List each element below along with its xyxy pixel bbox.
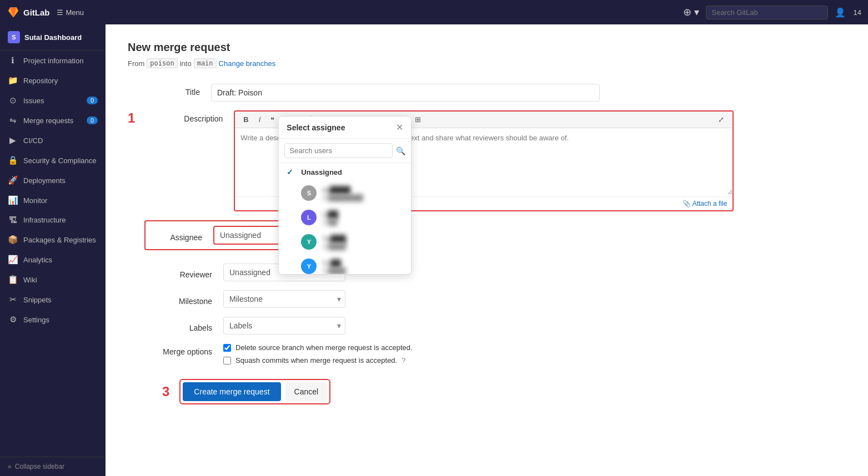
help-icon[interactable]: ? (402, 356, 405, 364)
reviewer-row: Reviewer Unassigned ▾ (162, 264, 846, 281)
breadcrumb: From poison into main Change branches (128, 58, 846, 68)
user-info-2: Ya███ @████ (322, 235, 403, 250)
notification-icon[interactable]: 14 (854, 8, 861, 17)
sidebar-item-packages[interactable]: 📦 Packages & Registries (0, 230, 106, 250)
quote-btn[interactable]: ❝ (268, 114, 277, 125)
user-option-3[interactable]: Y Yc██ @████ (279, 254, 411, 274)
change-branches-link[interactable]: Change branches (219, 59, 276, 68)
sidebar-item-wiki[interactable]: 📋 Wiki (0, 270, 106, 290)
sidebar-item-repository[interactable]: 📁 Repository (0, 70, 106, 90)
cancel-button[interactable]: Cancel (285, 382, 328, 401)
branch-from: poison (147, 58, 177, 68)
merge-options-row: Merge options Delete source branch when … (162, 343, 846, 369)
branch-into: main (194, 58, 217, 68)
user-handle-3: @████ (322, 267, 403, 274)
unassigned-option[interactable]: ✓ Unassigned (279, 163, 411, 181)
labels-row: Labels Labels ▾ (162, 317, 846, 335)
italic-btn[interactable]: I (256, 114, 264, 125)
folder-icon: 📁 (8, 75, 18, 85)
packages-icon: 📦 (8, 235, 18, 245)
user-option-0[interactable]: S sh████ @████████ (279, 181, 411, 205)
user-handle-2: @████ (322, 243, 403, 250)
sidebar-item-security[interactable]: 🔒 Security & Compliance (0, 150, 106, 170)
assignee-label: Assignee (152, 229, 202, 242)
step3-badge: 3 (162, 384, 169, 399)
title-row: Title (128, 84, 846, 102)
select-assignee-dropdown: Select assignee ✕ 🔍 ✓ Unassigned (278, 116, 412, 275)
project-name: Sutai Dashboard (24, 33, 82, 42)
bold-btn[interactable]: B (240, 114, 251, 125)
sidebar-item-settings[interactable]: ⚙ Settings (0, 310, 106, 330)
sidebar-item-merge-requests[interactable]: ⇋ Merge requests 0 (0, 110, 106, 130)
collapse-sidebar[interactable]: « Collapse sidebar (0, 457, 106, 476)
search-icon: 🔍 (396, 146, 405, 155)
unassigned-label: Unassigned (301, 168, 342, 176)
merge-icon: ⇋ (8, 115, 18, 125)
deployments-icon: 🚀 (8, 175, 18, 185)
sidebar-item-issues[interactable]: ⊙ Issues 0 (0, 90, 106, 110)
user-option-2[interactable]: Y Ya███ @████ (279, 230, 411, 254)
topnav: GitLab ☰ Menu ⊕ ▾ 👤 14 (0, 0, 868, 24)
sidebar-item-snippets[interactable]: ✂ Snippets (0, 290, 106, 310)
checkbox-squash: Squash commits when merge request is acc… (223, 356, 413, 364)
from-label: From (128, 59, 144, 68)
title-input[interactable] (211, 84, 600, 102)
sidebar-item-monitor[interactable]: 📊 Monitor (0, 190, 106, 210)
create-button-highlight: Create merge request Cancel (179, 379, 330, 404)
sidebar: S Sutai Dashboard ℹ Project information … (0, 24, 106, 476)
check-icon: ✓ (287, 168, 295, 176)
settings-icon: ⚙ (8, 315, 18, 325)
info-icon: ℹ (8, 55, 18, 65)
user-option-1[interactable]: L Li██ @██ (279, 205, 411, 230)
user-name-1: Li██ (322, 210, 403, 219)
create-merge-request-button[interactable]: Create merge request (183, 382, 280, 401)
search-users-input[interactable] (284, 143, 393, 158)
user-name-3: Yc██ (322, 259, 403, 267)
sidebar-item-cicd[interactable]: ▶ CI/CD (0, 130, 106, 150)
delete-branch-checkbox[interactable] (223, 344, 231, 352)
sidebar-item-deployments[interactable]: 🚀 Deployments (0, 170, 106, 190)
merge-requests-badge: 0 (87, 117, 98, 124)
labels-select[interactable]: Labels (223, 317, 345, 335)
squash-label: Squash commits when merge request is acc… (235, 356, 397, 364)
user-name-0: sh████ (322, 186, 403, 194)
step1-badge: 1 (128, 110, 135, 126)
sidebar-item-infrastructure[interactable]: 🏗 Infrastructure (0, 210, 106, 230)
labels-label: Labels (162, 320, 212, 332)
user-avatar-0: S (301, 185, 317, 201)
cicd-icon: ▶ (8, 135, 18, 145)
title-label: Title (128, 84, 200, 97)
user-handle-1: @██ (322, 219, 403, 225)
sidebar-item-project-info[interactable]: ℹ Project information (0, 50, 106, 70)
squash-checkbox[interactable] (223, 357, 231, 364)
checkbox-delete-branch: Delete source branch when merge request … (223, 343, 413, 352)
issues-icon: ⊙ (8, 95, 18, 105)
user-avatar-3: Y (301, 259, 317, 274)
dropdown-close-button[interactable]: ✕ (396, 122, 403, 133)
dropdown-user-list: ✓ Unassigned S sh████ @████████ (279, 163, 411, 274)
description-label: Description (150, 110, 223, 123)
user-icon[interactable]: 👤 (835, 7, 846, 18)
menu-toggle[interactable]: ☰ Menu (57, 8, 84, 17)
user-avatar-1: L (301, 210, 317, 225)
delete-branch-label: Delete source branch when merge request … (235, 343, 413, 352)
user-name-2: Ya███ (322, 235, 403, 243)
expand-btn[interactable]: ⤢ (715, 114, 727, 125)
page-title: New merge request (128, 41, 846, 54)
table-btn[interactable]: ⊞ (412, 114, 424, 125)
into-label: into (180, 59, 192, 68)
logo[interactable]: GitLab (7, 6, 50, 19)
logo-text: GitLab (23, 8, 50, 17)
analytics-icon: 📈 (8, 255, 18, 265)
sidebar-header: S Sutai Dashboard (0, 24, 106, 50)
sidebar-item-analytics[interactable]: 📈 Analytics (0, 250, 106, 270)
main-content: New merge request From poison into main … (106, 24, 868, 476)
project-avatar: S (8, 31, 20, 43)
wiki-icon: 📋 (8, 275, 18, 285)
collapse-icon: « (8, 463, 12, 470)
user-info-0: sh████ @████████ (322, 186, 403, 201)
global-search-input[interactable] (706, 6, 828, 19)
milestone-select[interactable]: Milestone (223, 290, 345, 308)
plus-icon[interactable]: ⊕ ▾ (683, 6, 699, 18)
user-avatar-2: Y (301, 234, 317, 250)
